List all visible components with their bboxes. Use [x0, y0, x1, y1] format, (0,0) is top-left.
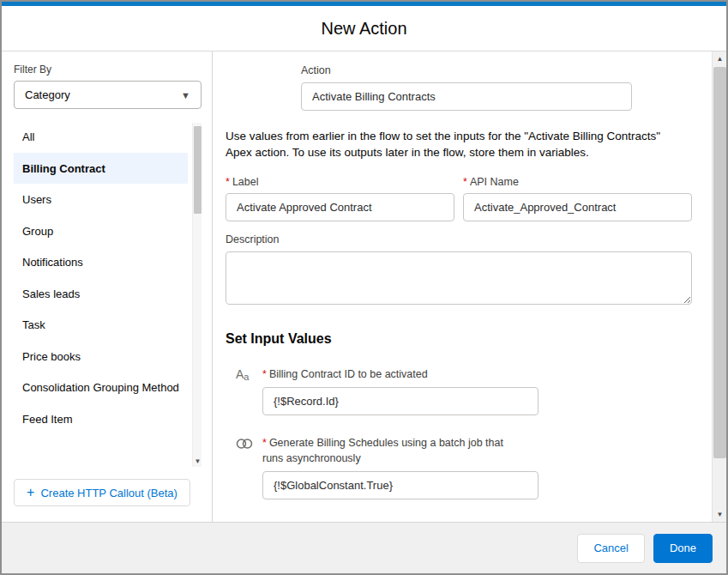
label-input[interactable] — [226, 193, 454, 221]
input-value-row-billing-contract-id: Aa *Billing Contract ID to be activated — [236, 366, 692, 415]
action-input[interactable] — [301, 82, 632, 111]
sidebar-scrollbar[interactable]: ▼ — [192, 123, 202, 467]
description-field: Description — [226, 233, 692, 308]
generate-schedules-input[interactable] — [262, 471, 538, 499]
generate-schedules-label: *Generate Billing Schedules using a batc… — [262, 435, 520, 466]
label-api-row: *Label *API Name — [226, 175, 692, 222]
label-field-label: *Label — [226, 175, 454, 191]
filter-by-label: Filter By — [14, 64, 202, 76]
api-name-field-label-text: API Name — [470, 176, 519, 188]
modal-title: New Action — [2, 19, 726, 39]
category-item-notifications[interactable]: Notifications — [14, 246, 188, 278]
create-http-callout-label: Create HTTP Callout (Beta) — [40, 487, 177, 499]
modal-header: New Action — [2, 6, 726, 51]
required-marker: * — [262, 437, 267, 449]
category-item-consolidation-grouping-method[interactable]: Consolidation Grouping Method — [14, 372, 188, 403]
label-field-label-text: Label — [232, 176, 259, 188]
main-scrollbar[interactable]: ▲ ▼ — [712, 51, 726, 522]
required-marker: * — [262, 368, 267, 380]
api-name-field: *API Name — [463, 175, 692, 222]
category-item-group[interactable]: Group — [14, 215, 188, 247]
description-textarea[interactable] — [226, 251, 692, 305]
api-name-input[interactable] — [463, 193, 692, 221]
generate-schedules-label-text: Generate Billing Schedules using a batch… — [262, 437, 503, 464]
new-action-modal: New Action Filter By Category ▼ All Bill… — [0, 0, 728, 575]
scroll-down-icon[interactable]: ▼ — [713, 507, 727, 522]
create-http-callout-button[interactable]: + Create HTTP Callout (Beta) — [14, 479, 190, 506]
category-item-users[interactable]: Users — [14, 184, 188, 215]
category-item-billing-contract[interactable]: Billing Contract — [14, 153, 188, 185]
action-field: Action — [301, 64, 632, 111]
category-item-feed-item[interactable]: Feed Item — [14, 403, 188, 435]
plus-icon: + — [27, 486, 34, 499]
category-dropdown[interactable]: Category ▼ — [14, 81, 202, 109]
boolean-type-icon — [236, 435, 255, 499]
category-sidebar: Filter By Category ▼ All Billing Contrac… — [2, 51, 213, 522]
required-marker: * — [463, 176, 467, 188]
input-value-row-generate-schedules: *Generate Billing Schedules using a batc… — [236, 435, 692, 499]
billing-contract-id-label: *Billing Contract ID to be activated — [262, 366, 520, 382]
description-label: Description — [226, 233, 692, 248]
category-item-price-books[interactable]: Price books — [14, 341, 188, 372]
category-dropdown-value: Category — [25, 88, 70, 101]
sidebar-scroll-down-icon[interactable]: ▼ — [193, 457, 202, 467]
category-item-task[interactable]: Task — [14, 309, 188, 341]
done-button[interactable]: Done — [653, 534, 713, 563]
billing-contract-id-field: *Billing Contract ID to be activated — [262, 366, 538, 415]
set-input-values-heading: Set Input Values — [226, 331, 692, 347]
action-label: Action — [301, 64, 632, 79]
text-type-icon-small: a — [244, 372, 249, 382]
required-marker: * — [226, 176, 230, 188]
text-type-icon: Aa — [236, 366, 255, 415]
category-item-all[interactable]: All — [14, 121, 188, 153]
billing-contract-id-label-text: Billing Contract ID to be activated — [269, 368, 428, 380]
intro-text: Use values from earlier in the flow to s… — [226, 128, 689, 161]
category-item-sales-leads[interactable]: Sales leads — [14, 278, 188, 310]
label-field: *Label — [226, 175, 454, 222]
scroll-up-icon[interactable]: ▲ — [713, 51, 727, 66]
text-type-icon-big: A — [236, 367, 244, 381]
modal-footer: Cancel Done — [2, 522, 726, 573]
sidebar-scrollbar-thumb[interactable] — [194, 126, 202, 214]
generate-schedules-field: *Generate Billing Schedules using a batc… — [262, 435, 538, 499]
cancel-button[interactable]: Cancel — [577, 534, 644, 563]
category-list: All Billing Contract Users Group Notific… — [14, 121, 202, 467]
modal-body: Filter By Category ▼ All Billing Contrac… — [2, 51, 726, 522]
chevron-down-icon: ▼ — [181, 90, 190, 100]
main-scrollbar-thumb[interactable] — [713, 67, 726, 458]
api-name-field-label: *API Name — [463, 175, 692, 191]
billing-contract-id-input[interactable] — [262, 387, 538, 415]
action-config-panel: Action Use values from earlier in the fl… — [213, 51, 726, 522]
